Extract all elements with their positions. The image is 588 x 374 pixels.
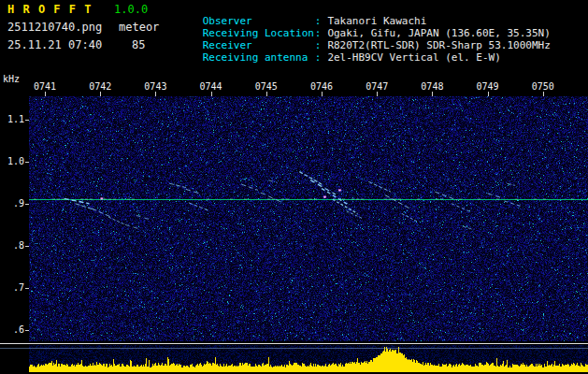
freq-tick-label: .6 (0, 324, 24, 335)
info-label: Observer (203, 15, 315, 27)
observer-row: Observer:Takanori Kawachi (165, 3, 551, 15)
freq-tick-label: .7 (0, 282, 24, 293)
app-title: H R O F F T (7, 3, 92, 16)
time-tick-label: 0745 (252, 81, 280, 92)
station-info-panel: Observer:Takanori Kawachi Receiving Loca… (165, 3, 551, 51)
time-tick-label: 0749 (474, 81, 502, 92)
freq-tick-label: 1.0 (0, 156, 24, 166)
app-version: 1.0.0 (114, 3, 148, 16)
info-label: Receiver (203, 39, 315, 51)
info-value: Ogaki, Gifu, JAPAN (136.60E, 35.35N) (327, 27, 550, 39)
output-filename: 2511210740.png (7, 21, 102, 34)
time-tick-label: 0750 (529, 81, 557, 92)
separator-line-top (0, 343, 588, 344)
spectrogram-canvas (29, 96, 588, 341)
freq-unit-label: kHz (3, 74, 20, 84)
info-colon: : (315, 39, 322, 51)
info-value: 2el-HB9CV Vertical (el. E-W) (327, 51, 500, 64)
time-tick-label: 0746 (308, 81, 336, 92)
time-tick-label: 0748 (418, 81, 446, 92)
freq-tick-label: .9 (0, 198, 24, 209)
info-colon: : (315, 15, 322, 27)
hrofft-output: H R O F F T 1.0.0 2511210740.png meteor … (0, 0, 588, 374)
observation-datetime: 25.11.21 07:40 (7, 38, 102, 51)
echo-count: 85 (132, 38, 145, 51)
info-label: Receiving Location (203, 27, 315, 39)
info-colon: : (315, 51, 322, 64)
freq-tick-label: 1.1 (0, 114, 24, 124)
info-value: Takanori Kawachi (327, 15, 426, 27)
time-tick-label: 0747 (363, 81, 391, 92)
info-label: Receiving antenna (203, 51, 315, 64)
time-tick-label: 0741 (31, 81, 59, 92)
observation-mode: meteor (119, 21, 159, 34)
time-tick-label: 0743 (141, 81, 169, 92)
info-colon: : (315, 27, 322, 39)
time-tick-label: 0744 (197, 81, 225, 92)
freq-tick-label: .8 (0, 240, 24, 251)
info-value: R820T2(RTL-SDR) SDR-Sharp 53.1000MHz (327, 39, 550, 51)
separator-line-bottom (0, 348, 588, 349)
signal-level-canvas (29, 345, 588, 372)
time-tick-label: 0742 (86, 81, 114, 92)
